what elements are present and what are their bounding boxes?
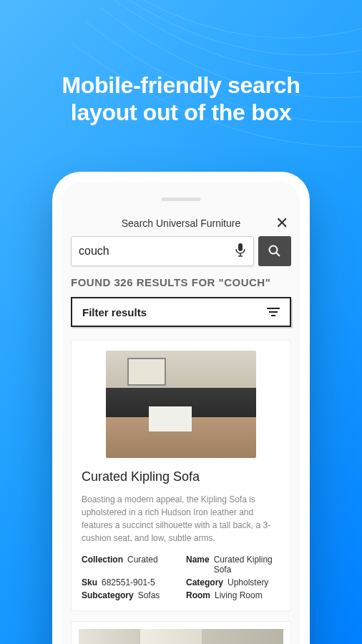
product-title: Curated Kipling Sofa [82, 469, 280, 484]
product-description: Boasting a modern appeal, the Kipling So… [82, 493, 280, 545]
search-bar [62, 236, 300, 276]
svg-point-3 [270, 246, 278, 254]
result-card[interactable]: Curated Kipling Sofa Boasting a modern a… [71, 340, 291, 611]
svg-rect-0 [238, 243, 243, 251]
search-button[interactable] [258, 236, 291, 266]
result-card-next[interactable] [71, 621, 291, 644]
product-attributes: Collection Curated Name Curated Kipling … [82, 555, 280, 600]
attr-sku: Sku 682551-901-5 [82, 577, 176, 587]
phone-speaker [162, 197, 201, 201]
product-image [106, 351, 256, 458]
close-icon[interactable]: ✕ [275, 214, 288, 233]
modal-title: Search Universal Furniture [71, 218, 291, 229]
microphone-icon[interactable] [235, 243, 246, 260]
search-icon [268, 245, 281, 258]
page-headline: Mobile-friendly search layout out of the… [0, 0, 362, 127]
product-image [79, 629, 283, 644]
search-input-wrapper[interactable] [71, 236, 254, 266]
search-input[interactable] [79, 245, 235, 258]
attr-collection: Collection Curated [82, 555, 176, 575]
phone-mockup: Search Universal Furniture ✕ FOUND 326 R… [52, 172, 310, 644]
results-count-heading: FOUND 326 RESULTS FOR "COUCH" [71, 276, 291, 288]
filter-label: Filter results [82, 306, 147, 318]
attr-subcategory: Subcategory Sofas [82, 590, 176, 600]
filter-results-button[interactable]: Filter results [71, 297, 291, 327]
attr-name: Name Curated Kipling Sofa [186, 555, 280, 575]
filter-icon [267, 307, 280, 317]
svg-line-4 [276, 253, 280, 256]
attr-category: Category Upholstery [186, 577, 280, 587]
modal-header: Search Universal Furniture ✕ [62, 213, 300, 236]
attr-room: Room Living Room [186, 590, 280, 600]
